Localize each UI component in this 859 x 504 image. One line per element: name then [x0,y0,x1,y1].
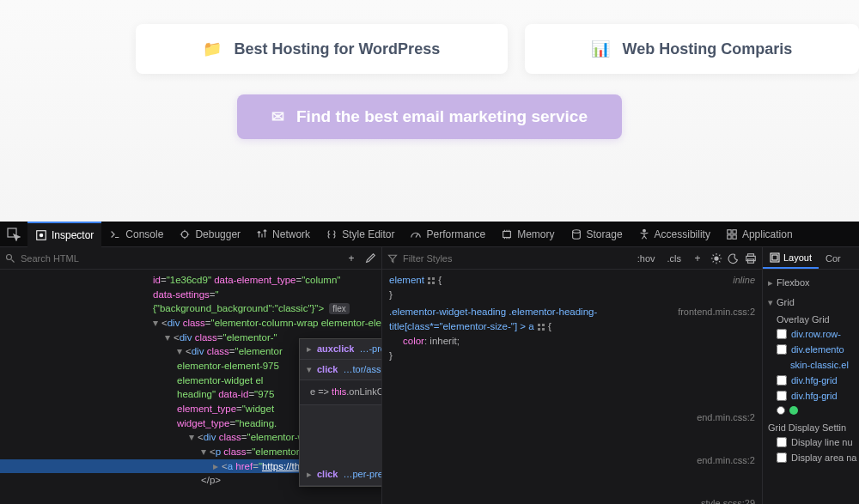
element-picker-icon[interactable] [7,228,21,241]
card-wordpress-hosting[interactable]: 📁 Best Hosting for WordPress [136,24,508,74]
card-hosting-comparison[interactable]: 📊 Web Hosting Comparis [525,24,859,74]
color-dot-icon[interactable] [777,406,785,415]
event-row-click2[interactable]: ▸ click …per-premium/js/frontend.min.js?… [300,465,381,486]
layout-icon [770,252,780,263]
flexbox-section[interactable]: ▸Flexbox [768,275,854,291]
svg-rect-22 [538,328,540,331]
tab-application[interactable]: Application [718,222,801,247]
chevron-right-icon[interactable]: ▸ [307,468,312,482]
card-text: Web Hosting Comparis [622,40,792,58]
styles-toolbar: :hov .cls + [382,247,762,270]
svg-rect-8 [733,229,736,233]
styles-rules[interactable]: inline element { } frontend.min.css:2 .e… [382,270,762,504]
inspector-icon [35,229,47,241]
grid-item[interactable]: div.elemento [768,342,854,357]
svg-rect-4 [503,231,511,237]
svg-rect-10 [733,234,736,238]
layout-tabs: Layout Cor [763,247,859,270]
grid-section[interactable]: ▾Grid [768,295,854,311]
display-option[interactable]: Display line nu [768,434,854,450]
cls-button[interactable]: .cls [664,252,685,265]
folder-icon: 📁 [203,39,222,58]
svg-rect-19 [432,282,435,284]
svg-point-2 [40,234,43,237]
tab-performance[interactable]: Performance [402,222,493,247]
tab-computed[interactable]: Cor [819,247,848,269]
tab-debugger[interactable]: Debugger [171,222,248,247]
html-toolbar: + [0,247,381,270]
svg-rect-18 [428,282,430,284]
application-icon [726,228,738,240]
layout-pane: Layout Cor ▸Flexbox ▾Grid Overlay Grid d… [763,247,859,504]
add-element-button[interactable]: + [344,251,359,266]
svg-rect-20 [538,324,540,326]
svg-point-12 [714,256,718,260]
svg-rect-17 [432,277,435,280]
tab-memory[interactable]: Memory [493,222,562,247]
tab-layout[interactable]: Layout [763,247,819,269]
tab-network[interactable]: Network [248,222,318,247]
tab-accessibility[interactable]: Accessibility [631,222,718,247]
webpage-area: 📁 Best Hosting for WordPress 📊 Web Hosti… [0,0,859,222]
svg-rect-9 [728,234,731,238]
grid-display-label: Grid Display Settin [768,417,854,434]
style-editor-icon [326,228,338,240]
chevron-right-icon[interactable]: ▸ [307,343,312,356]
svg-rect-7 [728,229,731,233]
svg-rect-16 [428,277,430,280]
dark-mode-icon[interactable] [728,252,740,264]
grid-color-controls[interactable] [768,404,854,417]
flex-badge[interactable]: flex [329,303,350,314]
svg-point-5 [572,229,580,233]
console-icon [109,228,121,240]
envelope-icon: ✉ [271,107,284,126]
devtools-panel: Inspector Console Debugger Network Style… [0,222,859,504]
storage-icon [570,228,582,240]
grid-item[interactable]: div.hfg-grid [768,373,854,388]
svg-rect-21 [542,324,545,326]
grid-item: skin-classic.el [768,357,854,373]
svg-rect-23 [542,328,545,331]
svg-rect-25 [772,255,777,260]
add-rule-button[interactable]: + [690,251,705,266]
chevron-down-icon[interactable]: ▾ [307,363,312,377]
html-search-input[interactable] [21,253,338,264]
cta-row: ✉ Find the best email marketing service [0,94,859,139]
display-option[interactable]: Display area na [768,450,854,465]
event-row-auxclick[interactable]: ▸ auxclick …-premium/js/frontend.min.js?… [300,339,381,360]
cta-email-marketing[interactable]: ✉ Find the best email marketing service [237,94,622,139]
tab-style-editor[interactable]: Style Editor [318,222,402,247]
card-text: Best Hosting for WordPress [234,40,440,58]
memory-icon [501,228,513,240]
debugger-icon [179,228,191,240]
event-handler-code: e => this.onLinkClick(e) [300,380,381,405]
devtools-body: + id="1e36cd9" data-element_type="column… [0,247,859,504]
network-icon [256,228,268,240]
html-tree[interactable]: id="1e36cd9" data-element_type="column" … [0,270,381,504]
tab-console[interactable]: Console [101,222,171,247]
color-dot-icon[interactable] [789,406,798,415]
event-row-click[interactable]: ▾ click …tor/assets/js/frontend.min.js?v… [300,360,381,380]
svg-point-11 [7,254,12,259]
grid-item[interactable]: div.row.row- [768,326,854,342]
chart-icon: 📊 [591,39,610,58]
accessibility-icon [638,228,650,240]
svg-point-6 [643,229,645,232]
layout-body: ▸Flexbox ▾Grid Overlay Grid div.row.row-… [763,270,859,474]
grid-item[interactable]: div.hfg-grid [768,388,854,404]
filter-icon [387,253,398,264]
html-pane: + id="1e36cd9" data-element_type="column… [0,247,382,504]
styles-filter-input[interactable] [403,253,629,264]
eyedropper-icon[interactable] [364,252,376,264]
tab-storage[interactable]: Storage [563,222,631,247]
light-mode-icon[interactable] [710,252,722,264]
cta-text: Find the best email marketing service [296,107,588,126]
overlay-grid-label: Overlay Grid [768,311,854,326]
print-icon[interactable] [745,252,757,264]
tab-inspector[interactable]: Inspector [27,222,101,247]
devtools-tabs: Inspector Console Debugger Network Style… [0,222,859,247]
svg-point-3 [182,231,188,237]
performance-icon [410,228,422,240]
cards-row: 📁 Best Hosting for WordPress 📊 Web Hosti… [0,24,859,74]
hov-button[interactable]: :hov [634,252,659,265]
